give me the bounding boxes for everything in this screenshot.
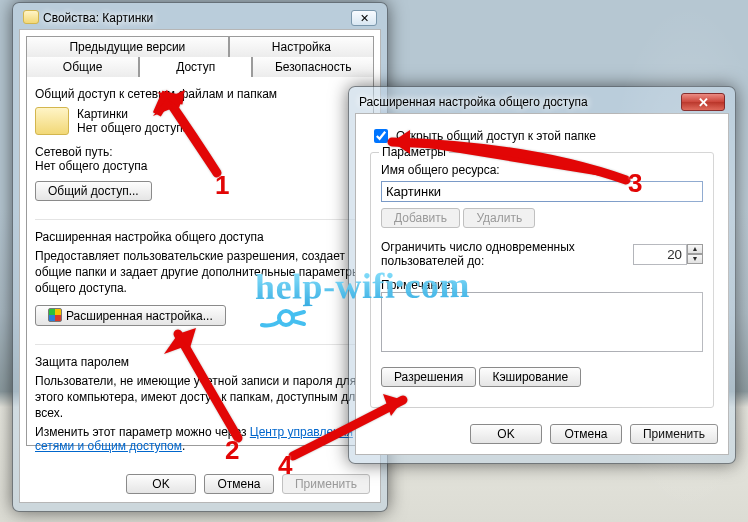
dialog-footer: OK Отмена Применить [126, 474, 370, 494]
pwd-change-prefix: Изменить этот параметр можно через [35, 425, 250, 439]
caching-button[interactable]: Кэширование [479, 367, 581, 387]
tab-body: Общий доступ к сетевым файлам и папкам К… [26, 76, 374, 446]
params-legend: Параметры [379, 145, 449, 159]
titlebar[interactable]: Расширенная настройка общего доступа ✕ [355, 93, 729, 113]
permissions-button[interactable]: Разрешения [381, 367, 476, 387]
pwd-link-suffix: . [182, 439, 185, 453]
apply-button[interactable]: Применить [630, 424, 718, 444]
close-button[interactable]: ✕ [351, 10, 377, 26]
window-title: Расширенная настройка общего доступа [359, 95, 588, 109]
ok-button[interactable]: OK [126, 474, 196, 494]
netpath-label: Сетевой путь: [35, 145, 113, 159]
advanced-sharing-label: Расширенная настройка... [66, 309, 213, 323]
resname-input[interactable] [381, 181, 703, 202]
pwd-desc: Пользователи, не имеющие учетной записи … [35, 373, 365, 422]
limit-input[interactable] [633, 244, 687, 265]
folder-icon [23, 10, 39, 26]
watermark-icon [260, 305, 330, 331]
shield-icon [48, 308, 62, 322]
limit-spinner[interactable]: ▲ ▼ [633, 244, 703, 265]
apply-button[interactable]: Применить [282, 474, 370, 494]
add-button[interactable]: Добавить [381, 208, 460, 228]
share-button[interactable]: Общий доступ... [35, 181, 152, 201]
cancel-button[interactable]: Отмена [550, 424, 622, 444]
dialog-footer: OK Отмена Применить [470, 424, 718, 444]
svg-point-0 [279, 311, 293, 325]
spin-down[interactable]: ▼ [687, 254, 703, 264]
svg-line-2 [293, 321, 304, 324]
enable-share-label: Открыть общий доступ к этой папке [396, 129, 596, 143]
tab-customize[interactable]: Настройка [229, 36, 374, 57]
close-button[interactable]: ✕ [681, 93, 725, 111]
tab-previous-versions[interactable]: Предыдущие версии [26, 36, 229, 57]
resname-label: Имя общего ресурса: [381, 163, 703, 177]
enable-share-input[interactable] [374, 129, 388, 143]
folder-icon [35, 107, 69, 135]
advanced-heading: Расширенная настройка общего доступа [35, 230, 365, 244]
svg-line-1 [293, 312, 304, 315]
remove-button[interactable]: Удалить [463, 208, 535, 228]
pwd-heading: Защита паролем [35, 355, 365, 369]
window-title: Свойства: Картинки [43, 11, 153, 25]
share-status: Нет общего доступа [77, 121, 189, 135]
tab-security[interactable]: Безопасность [252, 57, 374, 77]
tab-sharing[interactable]: Доступ [139, 57, 252, 77]
properties-window: Свойства: Картинки ✕ Предыдущие версии Н… [12, 2, 388, 512]
titlebar[interactable]: Свойства: Картинки ✕ [19, 9, 381, 29]
cancel-button[interactable]: Отмена [204, 474, 274, 494]
annotation-3-num: 3 [628, 168, 642, 199]
tab-general[interactable]: Общие [26, 57, 139, 77]
spin-up[interactable]: ▲ [687, 244, 703, 254]
share-heading: Общий доступ к сетевым файлам и папкам [35, 87, 365, 101]
advanced-sharing-button[interactable]: Расширенная настройка... [35, 305, 226, 326]
ok-button[interactable]: OK [470, 424, 542, 444]
watermark: help-wifi•com [255, 264, 470, 308]
enable-share-checkbox[interactable]: Открыть общий доступ к этой папке [370, 126, 596, 146]
netpath-value: Нет общего доступа [35, 159, 147, 173]
share-folder-name: Картинки [77, 107, 189, 121]
tab-strip: Предыдущие версии Настройка Общие Доступ… [26, 36, 374, 77]
